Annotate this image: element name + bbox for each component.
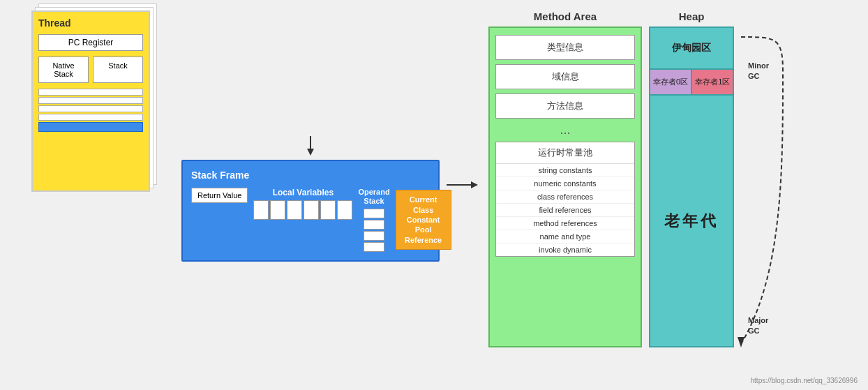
lv-cell-4: [304, 200, 319, 220]
stack-box: Stack: [93, 57, 143, 83]
paper-stack: Thread PC Register NativeStack Stack: [31, 10, 157, 192]
lv-cell-2: [270, 200, 285, 220]
survivor-0: 幸存者0区: [650, 70, 692, 94]
stack-line-3: [38, 105, 143, 112]
arrow-to-method: [447, 171, 481, 199]
heap-box: 伊甸园区 幸存者0区 幸存者1区 老年代: [649, 27, 734, 347]
op-cell-2: [364, 220, 384, 230]
right-arrow-svg: [447, 171, 481, 199]
local-vars-label: Local Variables: [253, 188, 352, 197]
svg-text:Major: Major: [748, 316, 769, 324]
svg-text:GC: GC: [748, 72, 760, 80]
lv-cell-5: [320, 200, 336, 220]
thread-section: Thread PC Register NativeStack Stack: [14, 10, 174, 192]
heap-wrapper: Heap 伊甸园区 幸存者0区 幸存者1区 老年代 Minor GC Maj: [649, 10, 734, 347]
dots: ...: [495, 123, 635, 137]
operand-section: OperandStack: [358, 188, 389, 252]
runtime-pool-box: 运行时常量池 string constants numeric constant…: [495, 142, 635, 257]
stack-line-4: [38, 114, 143, 121]
down-arrow-svg: [304, 136, 317, 157]
field-info: 域信息: [495, 64, 635, 89]
current-class-box: Current ClassConstant PoolReference: [396, 190, 451, 249]
native-stack-row: NativeStack Stack: [38, 57, 143, 83]
rp-item-2: class references: [496, 190, 634, 204]
main-container: Thread PC Register NativeStack Stack: [0, 0, 868, 390]
stack-line-2: [38, 97, 143, 104]
thread-title: Thread: [38, 17, 143, 29]
heap-title: Heap: [649, 10, 734, 22]
rp-item-3: field references: [496, 204, 634, 217]
stack-line-1: [38, 89, 143, 96]
survivor-row: 幸存者0区 幸存者1区: [650, 70, 733, 96]
heap-top: 伊甸园区 幸存者0区 幸存者1区: [650, 28, 733, 96]
old-gen-box: 老年代: [650, 96, 733, 346]
lv-cell-6: [337, 200, 352, 220]
watermark: https://blog.csdn.net/qq_33626996: [751, 377, 858, 384]
thread-box: Thread PC Register NativeStack Stack: [31, 10, 150, 192]
runtime-pool-items: string constants numeric constants class…: [496, 164, 634, 256]
op-cell-3: [364, 231, 384, 241]
svg-marker-3: [471, 181, 478, 188]
local-vars-section: Local Variables: [253, 188, 352, 220]
stack-lines: [38, 89, 143, 132]
method-area-section: Method Area 类型信息 域信息 方法信息 ... 运行时常量池 str…: [488, 10, 642, 347]
method-info: 方法信息: [495, 93, 635, 119]
sf-row: Return Value Local Variables OperandStac…: [191, 188, 430, 252]
rp-item-4: method references: [496, 217, 634, 230]
eden-box: 伊甸园区: [650, 28, 733, 70]
operand-label: OperandStack: [358, 188, 389, 206]
svg-text:Minor: Minor: [748, 61, 770, 70]
local-vars-cells: [253, 200, 352, 220]
svg-text:GC: GC: [748, 327, 760, 335]
runtime-pool-title: 运行时常量池: [496, 142, 634, 164]
method-area-box: 类型信息 域信息 方法信息 ... 运行时常量池 string constant…: [488, 27, 642, 347]
stack-line-blue: [38, 122, 143, 132]
survivor-1: 幸存者1区: [692, 70, 733, 94]
return-value: Return Value: [191, 188, 248, 203]
old-gen-text: 老年代: [664, 211, 719, 232]
rp-item-6: invoke dynamic: [496, 243, 634, 256]
native-stack-box: NativeStack: [38, 57, 89, 83]
type-info: 类型信息: [495, 35, 635, 60]
lv-cell-3: [287, 200, 302, 220]
pc-register: PC Register: [38, 34, 143, 51]
svg-marker-1: [307, 149, 314, 156]
lv-cell-1: [253, 200, 269, 220]
svg-marker-4: [738, 337, 744, 347]
operand-cells: [364, 209, 384, 252]
op-cell-1: [364, 209, 384, 218]
rp-item-1: numeric constants: [496, 177, 634, 190]
op-cell-4: [364, 242, 384, 252]
rp-item-5: name and type: [496, 230, 634, 243]
stack-frame-title: Stack Frame: [191, 170, 430, 181]
method-area-title: Method Area: [488, 10, 642, 22]
gc-arrow-svg: Minor GC Major GC: [734, 30, 790, 365]
stack-frame-wrapper: Stack Frame Return Value Local Variables: [181, 136, 440, 262]
rp-item-0: string constants: [496, 164, 634, 177]
stack-frame-box: Stack Frame Return Value Local Variables: [181, 160, 440, 262]
